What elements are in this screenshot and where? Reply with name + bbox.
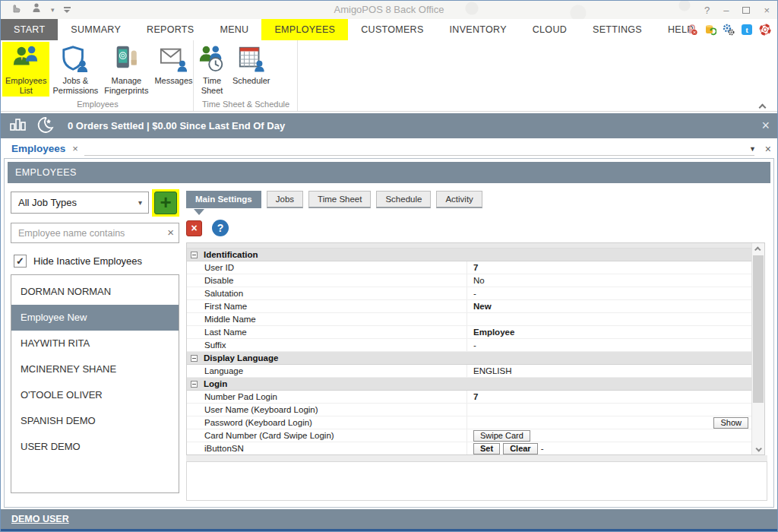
collapse-icon[interactable] [191,355,198,362]
clear-ibutton-button[interactable]: Clear [503,443,538,454]
employees-list-button[interactable]: Employees List [2,42,49,97]
list-item[interactable]: SPANISH DEMO [11,408,179,434]
grid-row-card-number[interactable]: Card Number (Card Swipe Login) Swipe Car… [187,429,751,442]
grid-row-salutation[interactable]: Salutation - [187,287,751,300]
row-value[interactable] [467,416,751,429]
tab-time-sheet[interactable]: Time Sheet [308,191,371,208]
document-tab-strip: Employees × ▼ × [1,140,777,157]
help-button[interactable]: ? [704,5,710,16]
tab-schedule[interactable]: Schedule [376,191,431,208]
tab-summary[interactable]: SUMMARY [58,19,134,40]
minimize-button[interactable]: – [723,5,729,16]
grid-row-middle-name[interactable]: Middle Name [187,313,751,326]
tab-strip-close-icon[interactable]: × [765,143,771,155]
time-sheet-button[interactable]: Time Sheet [194,42,229,97]
scroll-down-icon[interactable] [752,443,764,454]
section-display-language[interactable]: Display Language [187,352,751,365]
grid-row-suffix[interactable]: Suffix - [187,339,751,352]
orders-bar-close-icon[interactable]: × [761,118,770,134]
set-ibutton-button[interactable]: Set [473,443,500,454]
list-item[interactable]: MCINERNEY SHANE [11,356,179,382]
grid-row-user-name[interactable]: User Name (Keyboard Login) [187,404,751,416]
job-type-filter-dropdown[interactable]: All Job Types ▾ [11,192,149,214]
show-password-button[interactable]: Show [713,417,748,429]
collapse-ribbon-icon[interactable] [760,100,767,106]
status-bar: DEMO USER [1,509,777,529]
grid-row-number-pad-login[interactable]: Number Pad Login 7 [187,391,751,404]
row-value[interactable]: Employee [467,326,751,338]
scheduler-button[interactable]: Scheduler [229,42,274,87]
ribbon: Employees List Jobs & Permissions Manage… [1,40,777,112]
button-label: Scheduler [232,76,270,86]
row-value[interactable]: 7 [467,261,751,274]
tab-jobs[interactable]: Jobs [267,191,303,208]
services-gear-icon[interactable] [722,23,735,36]
tab-main-settings[interactable]: Main Settings [186,191,261,208]
row-value[interactable] [467,313,751,325]
row-value[interactable]: ENGLISH [467,365,751,377]
orders-status-bar: 0 Orders Settled | $0.00 Since Last End … [1,113,777,138]
tab-menu[interactable]: MENU [207,19,261,40]
end-of-day-moon-icon[interactable] [36,116,54,136]
maximize-button[interactable] [742,7,750,14]
button-label: Sheet [201,86,223,96]
hide-inactive-label: Hide Inactive Employees [33,255,142,267]
tab-employees[interactable]: EMPLOYEES [261,19,348,40]
section-title: Login [204,379,227,388]
list-item[interactable]: O'TOOLE OLIVER [11,382,179,408]
grid-row-last-name[interactable]: Last Name Employee [187,326,751,339]
grid-row-user-id[interactable]: User ID 7 [187,261,751,274]
collapse-icon[interactable] [191,381,198,388]
grid-row-first-name[interactable]: First Name New [187,300,751,313]
list-item[interactable]: HAYWITH RITA [11,331,179,356]
grid-row-ibuttonsn[interactable]: iButtonSN Set Clear - [187,442,751,454]
support-lifebuoy-icon[interactable] [758,23,771,36]
grid-row-disable[interactable]: Disable No [187,274,751,287]
list-item[interactable]: DORMAN NORMAN [11,279,179,305]
grid-row-password[interactable]: Password (Keyboard Login) Show [187,416,751,429]
tab-cloud[interactable]: CLOUD [520,19,580,40]
logged-in-user-link[interactable]: DEMO USER [11,514,69,524]
collapse-icon[interactable] [191,252,198,258]
employees-document-tab[interactable]: Employees × [5,140,84,157]
row-value[interactable]: - [467,287,751,299]
add-employee-button[interactable]: + [154,192,177,214]
twitter-icon[interactable]: t [740,23,753,36]
section-identification[interactable]: Identification [187,249,751,261]
lock-icon[interactable] [685,23,698,36]
section-login[interactable]: Login [187,378,751,391]
messages-button[interactable]: Messages [151,42,195,87]
delete-employee-button[interactable]: × [186,220,202,236]
document-tab-close-icon[interactable]: × [72,143,78,154]
scroll-up-icon[interactable] [752,243,764,255]
jobs-permissions-button[interactable]: Jobs & Permissions [49,42,101,97]
scrollbar-thumb[interactable] [753,255,764,403]
grid-row-language[interactable]: Language ENGLISH [187,365,751,378]
list-item[interactable]: USER DEMO [11,434,179,460]
row-value[interactable]: New [467,300,751,312]
tab-inventory[interactable]: INVENTORY [437,19,520,40]
tab-settings[interactable]: SETTINGS [580,19,655,40]
manage-fingerprints-button[interactable]: Manage Fingerprints [101,42,151,97]
row-name: Language [187,365,467,377]
row-value[interactable]: 7 [467,391,751,403]
row-value[interactable] [467,404,751,416]
bar-chart-icon[interactable] [10,117,27,135]
clear-search-icon[interactable]: × [167,226,174,239]
employee-search-input[interactable] [11,223,179,243]
hide-inactive-checkbox[interactable]: ✓ [14,255,27,268]
tab-activity[interactable]: Activity [436,191,482,208]
grid-scrollbar[interactable] [751,243,764,454]
help-icon[interactable]: ? [212,220,229,236]
tab-list-dropdown-icon[interactable]: ▼ [749,145,756,153]
row-name: First Name [187,300,467,312]
row-value[interactable]: - [467,339,751,351]
database-backup-icon[interactable] [704,23,716,36]
close-button[interactable]: × [764,5,770,16]
tab-customers[interactable]: CUSTOMERS [348,19,436,40]
tab-reports[interactable]: REPORTS [134,19,207,40]
tab-start[interactable]: START [1,19,58,40]
row-value[interactable]: No [467,274,751,287]
swipe-card-button[interactable]: Swipe Card [473,430,530,442]
list-item-selected[interactable]: Employee New [11,305,179,331]
